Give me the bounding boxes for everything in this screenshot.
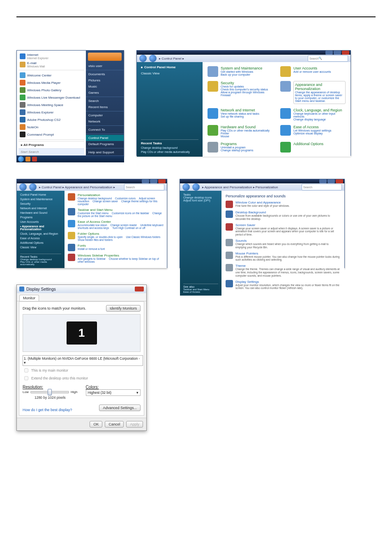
option-title[interactable]: Sounds	[235, 239, 340, 243]
tab-monitor[interactable]: Monitor	[19, 295, 39, 301]
search-input[interactable]: Search	[124, 184, 164, 190]
breadcrumb[interactable]: ▸ Appearance and Personalization ▸ Perso…	[202, 185, 299, 189]
monitor-1[interactable]: 1	[67, 321, 97, 345]
sidebar-task-link[interactable]: Adjust font size (DPI)	[183, 199, 218, 202]
category-title[interactable]: Security	[221, 81, 273, 85]
sidebar-item[interactable]: • Appearance and Personalization	[20, 225, 61, 231]
category-sublink[interactable]: Back up your computer	[221, 73, 263, 76]
start-menu-item[interactable]: Command Prompt	[18, 131, 84, 138]
sidebar-item[interactable]: Hardware and Sound	[20, 211, 61, 214]
personalization-option[interactable]: Mouse Pointers Pick a different mouse po…	[226, 252, 340, 262]
recent-task-link[interactable]: Play CDs or other media automatically	[141, 150, 198, 153]
minimize-button[interactable]	[142, 179, 149, 183]
category-sublink[interactable]: Get started with Windows	[221, 70, 263, 73]
start-menu-right-link[interactable]: Default Programs	[86, 141, 124, 147]
monitor-layout-area[interactable]: 1	[23, 314, 141, 352]
option-title[interactable]: Theme	[235, 264, 340, 268]
start-menu-right-link[interactable]: Computer	[86, 112, 124, 118]
category-sublink[interactable]: Change the appearance of desktop items, …	[295, 91, 344, 102]
category-title[interactable]: Appearance and Personalization	[295, 83, 344, 91]
start-menu-right-link[interactable]: Network	[86, 118, 124, 125]
control-panel-category[interactable]: System and MaintenanceGet started with W…	[208, 66, 273, 77]
close-button[interactable]	[135, 287, 144, 291]
control-panel-category[interactable]: User AccountsAdd or remove user accounts	[280, 66, 346, 77]
control-panel-category[interactable]: Hardware and SoundPlay CDs or other medi…	[208, 125, 273, 138]
option-title[interactable]: Screen Saver	[235, 223, 340, 227]
category-sublink[interactable]: Mouse	[221, 135, 270, 138]
maximize-button[interactable]	[327, 179, 335, 183]
forward-button[interactable]	[149, 55, 157, 62]
category-sublink[interactable]: Set up file sharing	[221, 115, 259, 118]
option-title[interactable]: Window Color and Appearance	[235, 201, 290, 204]
start-menu-right-link[interactable]: Games	[86, 90, 124, 96]
start-menu-item[interactable]: Windows Media Player	[18, 79, 84, 86]
control-panel-home-link[interactable]: Control Panel Home	[144, 65, 175, 69]
category-sublink[interactable]: Uninstall a program	[221, 146, 253, 149]
appearance-sublink[interactable]: Install or remove a font	[78, 247, 105, 250]
monitor-select[interactable]: 1. (Multiple Monitors) on NVIDIA GeForce…	[23, 355, 143, 366]
forward-button[interactable]	[192, 183, 200, 191]
appearance-sublink[interactable]: Change desktop background	[78, 197, 112, 200]
sidebar-item[interactable]: Classic View	[20, 246, 61, 249]
appearance-sublink[interactable]: Customize colors	[115, 197, 136, 200]
category-sublink[interactable]: Check for updates	[221, 85, 273, 88]
entry-title[interactable]: Personalization	[78, 193, 164, 197]
search-input[interactable]: Search	[302, 184, 342, 190]
start-menu-item[interactable]: Windows Live Messenger Download	[18, 94, 84, 101]
start-menu-right-link[interactable]: Documents	[86, 71, 124, 77]
category-sublink[interactable]: Printer	[221, 132, 270, 135]
personalization-option[interactable]: Display Settings Adjust your monitor res…	[226, 280, 340, 290]
taskbar[interactable]	[16, 156, 124, 162]
personalization-option[interactable]: Screen Saver Change your screen saver or…	[226, 223, 340, 236]
minimize-button[interactable]	[319, 179, 327, 183]
colors-select[interactable]: Highest (32 bit)▾	[86, 389, 141, 396]
appearance-sublink[interactable]: Turn High Contrast on or off	[112, 227, 145, 229]
category-title[interactable]: User Accounts	[293, 66, 331, 70]
appearance-sublink[interactable]: Customize the Start menu	[78, 212, 108, 215]
sidebar-item[interactable]: Clock, Language, and Region	[20, 232, 61, 235]
control-panel-category[interactable]: Appearance and PersonalizationChange the…	[280, 81, 346, 104]
back-button[interactable]	[182, 183, 190, 191]
start-menu-right-link[interactable]: Recent Items	[86, 104, 124, 110]
control-panel-category[interactable]: Ease of AccessLet Windows suggest settin…	[280, 125, 346, 138]
resolution-slider[interactable]: Low High	[23, 390, 78, 394]
category-sublink[interactable]: Optimize visual display	[293, 132, 332, 135]
best-display-help-link[interactable]: How do I get the best display?	[23, 408, 72, 412]
start-orb[interactable]	[18, 156, 24, 162]
control-panel-category[interactable]: ProgramsUninstall a programChange startu…	[208, 142, 273, 153]
cancel-button[interactable]: Cancel	[105, 421, 124, 428]
breadcrumb[interactable]: ▸ Control Panel ▸ Appearance and Persona…	[39, 185, 122, 189]
back-button[interactable]	[19, 183, 27, 191]
appearance-sublink[interactable]: Add gadgets to Sidebar	[78, 257, 106, 260]
address-bar[interactable]: ▸ Control Panel ▸ Search 🔍	[137, 55, 350, 62]
category-sublink[interactable]: Change startup programs	[221, 149, 253, 152]
control-panel-category[interactable]: Additional Options	[280, 142, 346, 153]
recent-task-link[interactable]: Change desktop background	[141, 146, 198, 149]
category-title[interactable]: Hardware and Sound	[221, 125, 270, 129]
appearance-sublink[interactable]: Change screen reader	[110, 224, 137, 227]
start-menu-item[interactable]: Adobe Photoshop CS2	[18, 116, 84, 123]
see-also-link[interactable]: Ease of Access	[183, 291, 218, 293]
category-title[interactable]: System and Maintenance	[221, 66, 263, 70]
sidebar-item[interactable]: User Accounts	[20, 220, 61, 223]
start-menu-item[interactable]: Windows Photo Gallery	[18, 86, 84, 94]
start-menu-item[interactable]: Welcome Center	[18, 72, 84, 79]
sidebar-task-link[interactable]: Change desktop icons	[183, 196, 218, 199]
sidebar-item[interactable]: Control Panel Home	[20, 193, 61, 196]
search-input[interactable]: Search 🔍	[308, 55, 348, 62]
entry-title[interactable]: Taskbar and Start Menu	[78, 208, 164, 212]
start-search-input[interactable]: Start Search	[18, 148, 84, 155]
start-menu-item[interactable]: Windows Explorer	[18, 109, 84, 116]
start-menu-item[interactable]: E-mailWindows Mail	[18, 60, 84, 69]
advanced-settings-button[interactable]: Advanced Settings...	[99, 405, 141, 411]
appearance-sublink[interactable]: Accommodate low vision	[78, 224, 107, 227]
option-title[interactable]: Display Settings	[235, 280, 340, 284]
start-menu-right-link[interactable]: Pictures	[86, 77, 124, 83]
category-sublink[interactable]: Add or remove user accounts	[293, 70, 331, 73]
category-sublink[interactable]: Play CDs or other media automatically	[221, 129, 270, 132]
control-panel-category[interactable]: Clock, Language, and RegionChange keyboa…	[280, 108, 346, 121]
category-sublink[interactable]: Check this computer's security status	[221, 88, 273, 91]
minimize-button[interactable]	[325, 51, 333, 55]
option-title[interactable]: Desktop Background	[235, 210, 340, 214]
maximize-button[interactable]	[334, 51, 341, 55]
